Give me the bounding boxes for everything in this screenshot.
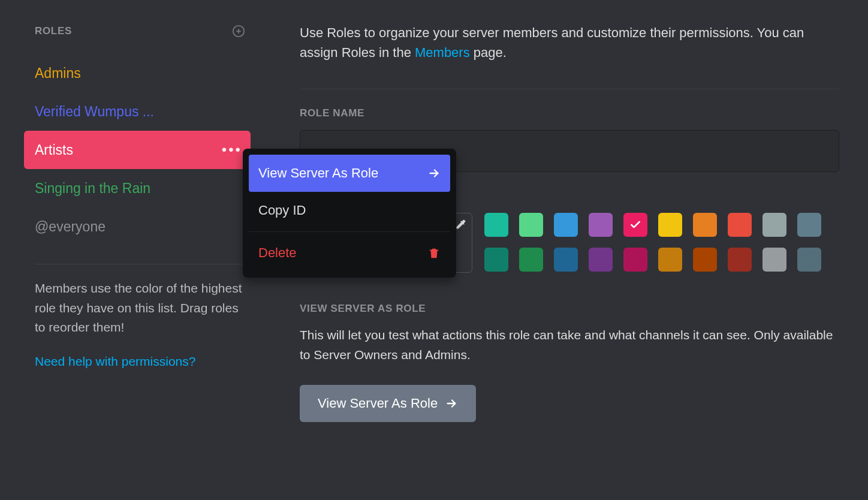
section-divider — [300, 89, 839, 89]
view-as-role-label: View Server As Role — [300, 303, 839, 315]
color-swatch[interactable] — [589, 213, 613, 237]
role-label: Artists — [35, 142, 73, 158]
color-swatch[interactable] — [519, 213, 543, 237]
color-swatch[interactable] — [728, 213, 752, 237]
role-label: Singing in the Rain — [35, 180, 150, 197]
color-swatch[interactable] — [728, 248, 752, 272]
color-swatch[interactable] — [519, 248, 543, 272]
ctx-view-server-as-role[interactable]: View Server As Role — [249, 155, 450, 192]
role-label: Verified Wumpus ... — [35, 104, 154, 120]
roles-help-text: Members use the color of the highest rol… — [24, 279, 258, 338]
members-link[interactable]: Members — [415, 45, 470, 60]
ctx-item-label: Delete — [258, 245, 297, 261]
role-item-verified-wumpus[interactable]: Verified Wumpus ... — [24, 92, 251, 131]
color-swatch[interactable] — [554, 248, 578, 272]
role-item-singing-in-the-rain[interactable]: Singing in the Rain — [24, 169, 251, 207]
role-context-menu: View Server As Role Copy ID Delete — [243, 149, 456, 278]
ctx-item-label: View Server As Role — [258, 165, 378, 181]
color-swatch[interactable] — [623, 213, 647, 237]
more-icon[interactable]: ••• — [222, 141, 242, 158]
color-swatch[interactable] — [554, 213, 578, 237]
role-label: Admins — [35, 65, 81, 82]
color-swatch[interactable] — [589, 248, 613, 272]
role-list: Admins Verified Wumpus ... Artists ••• S… — [24, 54, 258, 246]
check-icon — [629, 219, 641, 231]
color-swatch[interactable] — [484, 213, 508, 237]
color-swatch[interactable] — [484, 248, 508, 272]
intro-suffix: page. — [470, 45, 507, 60]
color-swatch[interactable] — [623, 248, 647, 272]
color-swatch[interactable] — [762, 248, 786, 272]
role-item-artists[interactable]: Artists ••• — [24, 131, 251, 169]
color-swatch-grid — [484, 213, 821, 272]
view-server-as-role-button[interactable]: View Server As Role — [300, 385, 476, 422]
color-swatch[interactable] — [658, 213, 682, 237]
color-swatch[interactable] — [762, 213, 786, 237]
role-item-everyone[interactable]: @everyone — [24, 207, 251, 246]
eyedropper-icon — [455, 218, 467, 230]
plus-circle-icon — [232, 25, 245, 38]
add-role-button[interactable] — [231, 24, 246, 38]
button-label: View Server As Role — [318, 396, 438, 411]
ctx-copy-id[interactable]: Copy ID — [249, 192, 450, 229]
ctx-divider — [249, 231, 450, 232]
role-name-label: Role Name — [300, 107, 839, 119]
sidebar-title: Roles — [35, 25, 72, 37]
color-swatch[interactable] — [797, 213, 821, 237]
color-swatch[interactable] — [693, 248, 717, 272]
role-item-admins[interactable]: Admins — [24, 54, 251, 92]
view-as-role-desc: This will let you test what actions this… — [300, 326, 839, 365]
roles-sidebar: Roles Admins Verified Wumpus ... Artists… — [0, 0, 258, 500]
ctx-item-label: Copy ID — [258, 203, 306, 218]
color-swatch[interactable] — [797, 248, 821, 272]
color-swatch[interactable] — [658, 248, 682, 272]
intro-prefix: Use Roles to organize your server member… — [300, 25, 804, 60]
trash-icon — [427, 246, 441, 260]
permissions-help-link[interactable]: Need help with permissions? — [24, 338, 258, 369]
sidebar-divider — [35, 264, 247, 264]
arrow-right-icon — [427, 167, 441, 180]
ctx-delete[interactable]: Delete — [249, 234, 450, 272]
sidebar-header: Roles — [24, 24, 258, 49]
roles-intro: Use Roles to organize your server member… — [300, 23, 839, 62]
arrow-right-icon — [445, 397, 458, 410]
color-swatch[interactable] — [693, 213, 717, 237]
role-label: @everyone — [35, 219, 106, 235]
